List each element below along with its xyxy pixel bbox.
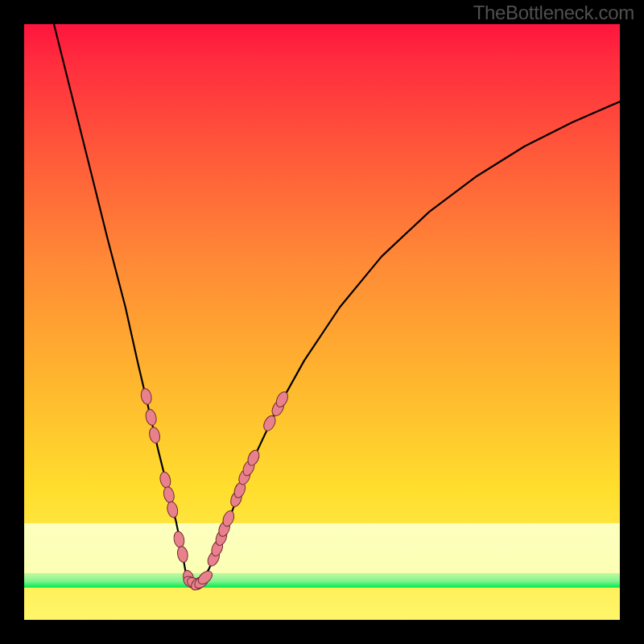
data-point	[162, 485, 175, 503]
watermark-text: TheBottleneck.com	[473, 2, 634, 24]
data-point	[176, 546, 189, 564]
data-point	[139, 387, 153, 405]
data-point	[166, 501, 180, 518]
data-point	[159, 471, 172, 489]
data-point	[144, 408, 158, 426]
chart-svg	[24, 24, 620, 620]
bottleneck-curve	[54, 24, 620, 584]
data-point	[262, 414, 278, 432]
data-point-markers	[139, 387, 290, 592]
data-point	[148, 426, 162, 444]
chart-frame: TheBottleneck.com	[0, 0, 644, 644]
plot-area	[24, 24, 620, 620]
data-point	[172, 530, 185, 548]
